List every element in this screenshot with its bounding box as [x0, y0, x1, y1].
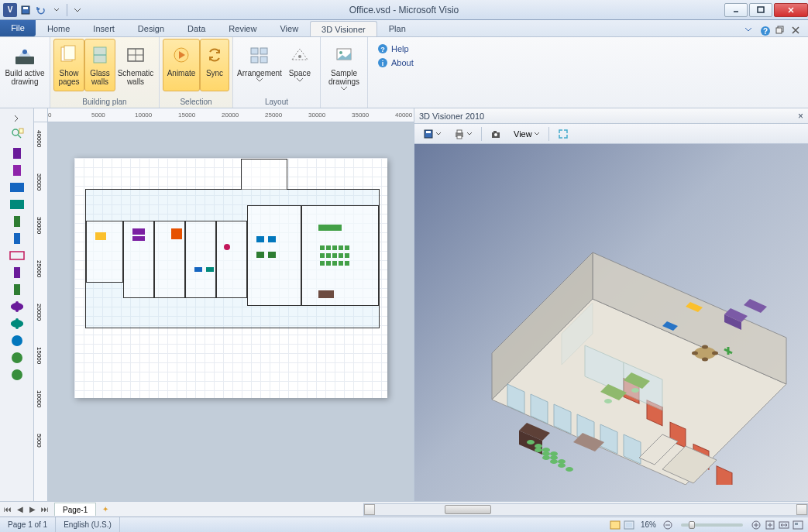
svg-rect-67: [339, 261, 343, 266]
stencil-round-a[interactable]: [9, 300, 25, 313]
stencil-search-tool[interactable]: [8, 125, 26, 141]
stencil-expand-icon[interactable]: [0, 112, 33, 124]
canvas-viewport[interactable]: [48, 122, 414, 501]
shapes-stencil-panel: [0, 108, 34, 501]
stencil-table-1[interactable]: [9, 181, 25, 194]
zoom-slider[interactable]: [681, 523, 743, 527]
tab-3d-visioner[interactable]: 3D Visioner: [310, 21, 377, 36]
stencil-block-b[interactable]: [9, 232, 25, 245]
svg-rect-11: [64, 46, 75, 60]
window-restore-icon[interactable]: [775, 26, 786, 36]
tab-design[interactable]: Design: [126, 21, 176, 36]
stencil-sofa[interactable]: [9, 249, 25, 262]
build-active-drawing-button[interactable]: Build active drawing: [3, 39, 46, 91]
fit-width-button[interactable]: [779, 520, 789, 530]
3d-toolbar: View: [414, 124, 808, 144]
animate-button[interactable]: Animate: [163, 39, 200, 91]
stencil-circle-b[interactable]: [9, 352, 25, 364]
maximize-button[interactable]: [749, 3, 772, 17]
status-page[interactable]: Page 1 of 1: [0, 517, 56, 532]
svg-point-24: [339, 51, 342, 54]
svg-rect-62: [339, 253, 343, 258]
svg-point-95: [604, 399, 612, 403]
qat-customize-icon[interactable]: [70, 3, 84, 17]
sheet-tabs-bar: ⏮ ◀ ▶ ⏭ Page-1 ✦: [0, 501, 808, 517]
ribbon-minimize-icon[interactable]: [744, 26, 755, 36]
ruler-tick: 40000: [36, 130, 43, 147]
tab-home[interactable]: Home: [36, 21, 81, 36]
about-link[interactable]: i About: [377, 56, 414, 70]
sample-drawings-button[interactable]: Sample drawings: [324, 39, 364, 91]
zoom-in-button[interactable]: [751, 520, 762, 530]
content-area: 0500010000150002000025000300003500040000…: [0, 108, 808, 501]
sheet-nav-next-button[interactable]: ▶: [26, 503, 39, 516]
floorplan-outline: [85, 189, 380, 328]
ruler-tick: 10000: [36, 390, 43, 407]
tab-review[interactable]: Review: [217, 21, 268, 36]
svg-rect-38: [10, 252, 24, 259]
3d-view-button[interactable]: View: [508, 127, 545, 141]
pan-zoom-window-button[interactable]: [793, 520, 803, 530]
3d-panel-close-button[interactable]: ×: [798, 111, 803, 122]
svg-point-43: [20, 305, 23, 308]
tab-insert[interactable]: Insert: [81, 21, 126, 36]
help-icon[interactable]: ?: [760, 26, 771, 36]
3d-fullscreen-button[interactable]: [552, 126, 574, 142]
sheet-nav-prev-button[interactable]: ◀: [14, 503, 26, 516]
svg-point-48: [20, 322, 23, 325]
3d-panel-header: 3D Visioner 2010 ×: [414, 108, 808, 124]
scroll-right-button[interactable]: [796, 504, 807, 515]
sheet-new-button[interactable]: ✦: [99, 503, 112, 516]
stencil-block-d[interactable]: [9, 283, 25, 296]
qat-redo-icon[interactable]: [50, 3, 64, 17]
scroll-thumb[interactable]: [445, 505, 491, 514]
close-button[interactable]: [774, 3, 808, 17]
zoom-out-button[interactable]: [662, 520, 673, 530]
stencil-circle-a[interactable]: [9, 335, 25, 347]
tab-plan[interactable]: Plan: [377, 21, 418, 36]
stencil-shape-b[interactable]: [9, 164, 25, 177]
3d-camera-button[interactable]: [485, 126, 507, 142]
ruler-vertical[interactable]: 400003500030000250002000015000100005000: [34, 122, 48, 501]
zoom-slider-thumb[interactable]: [689, 521, 695, 529]
animate-icon: [169, 43, 194, 67]
help-link[interactable]: ? Help: [377, 42, 414, 56]
svg-rect-59: [320, 253, 325, 258]
stencil-shape-a[interactable]: [9, 147, 25, 160]
drawing-page[interactable]: [74, 158, 387, 398]
scroll-left-button[interactable]: [364, 504, 375, 515]
stencil-block-a[interactable]: [9, 215, 25, 228]
sheet-tab-page1[interactable]: Page-1: [54, 503, 96, 516]
3d-save-button[interactable]: [418, 126, 447, 142]
schematic-walls-button[interactable]: Schematic walls: [115, 39, 156, 91]
stencil-circle-c[interactable]: [9, 369, 25, 381]
sync-button[interactable]: Sync: [200, 39, 229, 91]
view-mode-normal-icon[interactable]: [610, 520, 621, 530]
svg-line-30: [18, 135, 21, 138]
file-tab[interactable]: File: [0, 19, 36, 36]
stencil-block-c[interactable]: [9, 266, 25, 279]
3d-viewport[interactable]: [414, 144, 808, 501]
sheet-nav-first-button[interactable]: ⏮: [2, 503, 14, 516]
status-language[interactable]: English (U.S.): [56, 517, 120, 532]
ruler-horizontal[interactable]: 0500010000150002000025000300003500040000: [34, 108, 414, 122]
space-button[interactable]: Space: [283, 39, 317, 91]
glass-walls-button[interactable]: Glass walls: [84, 39, 115, 91]
view-mode-full-icon[interactable]: [624, 520, 634, 530]
fit-page-button[interactable]: [765, 520, 775, 530]
window-close-icon[interactable]: [791, 26, 802, 36]
tab-view[interactable]: View: [268, 21, 310, 36]
show-pages-button[interactable]: Show pages: [53, 39, 84, 91]
arrangement-button[interactable]: Arrangement: [236, 39, 283, 91]
stencil-table-2[interactable]: [9, 198, 25, 211]
tab-data[interactable]: Data: [176, 21, 217, 36]
sheet-nav-last-button[interactable]: ⏭: [39, 503, 51, 516]
qat-undo-icon[interactable]: [34, 3, 48, 17]
minimize-button[interactable]: [724, 3, 748, 17]
horizontal-scrollbar[interactable]: [363, 503, 808, 516]
stencil-round-b[interactable]: [9, 317, 25, 330]
qat-save-icon[interactable]: [19, 3, 33, 17]
ruler-tick: 10000: [135, 112, 152, 118]
svg-rect-73: [457, 136, 462, 139]
3d-print-button[interactable]: [449, 126, 478, 142]
